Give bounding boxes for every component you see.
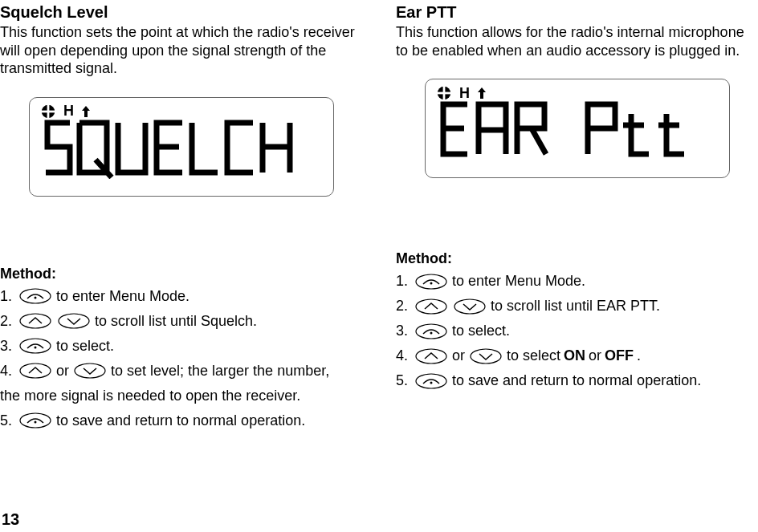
up-button-icon bbox=[415, 348, 447, 364]
step-num: 1. bbox=[396, 270, 410, 292]
lcd-squelch: H bbox=[29, 97, 334, 197]
menu-button-icon bbox=[19, 288, 51, 304]
down-button-icon bbox=[454, 298, 486, 315]
on-label: ON bbox=[564, 345, 585, 367]
step-text: to enter Menu Mode. bbox=[452, 270, 585, 292]
svg-point-10 bbox=[20, 363, 51, 378]
steps-left: 1. to enter Menu Mode. 2. to scroll list… bbox=[0, 286, 361, 432]
step-text: to select. bbox=[452, 320, 510, 342]
menu-button-icon bbox=[415, 323, 447, 339]
squelch-title: Squelch Level bbox=[0, 3, 361, 22]
step-num: 5. bbox=[396, 370, 410, 392]
menu-button-icon bbox=[415, 274, 447, 290]
svg-point-26 bbox=[416, 374, 446, 388]
earptt-title: Ear PTT bbox=[396, 3, 753, 22]
svg-point-22 bbox=[416, 324, 446, 339]
step-num: 2. bbox=[396, 295, 410, 317]
step-text: to scroll list until EAR PTT. bbox=[491, 295, 660, 317]
svg-point-5 bbox=[35, 297, 37, 299]
svg-marker-3 bbox=[82, 106, 90, 117]
method-label-right: Method: bbox=[396, 250, 753, 267]
step-text: or bbox=[452, 345, 465, 367]
svg-rect-2 bbox=[41, 110, 55, 112]
menu-button-icon bbox=[19, 338, 51, 354]
step-num: 4. bbox=[396, 345, 410, 367]
lcd-text-earptt bbox=[434, 98, 724, 173]
step-num: 3. bbox=[396, 320, 410, 342]
up-button-icon bbox=[415, 298, 447, 315]
svg-rect-16 bbox=[437, 92, 451, 95]
step-continuation: the more signal is needed to open the re… bbox=[0, 385, 361, 407]
method-label-left: Method: bbox=[0, 266, 361, 282]
step-num: 2. bbox=[0, 311, 14, 332]
off-label: OFF bbox=[605, 345, 634, 367]
svg-point-27 bbox=[430, 381, 433, 384]
svg-point-13 bbox=[35, 421, 37, 424]
step-text: to select bbox=[507, 345, 560, 367]
lcd-earptt: H bbox=[425, 79, 730, 178]
down-button-icon bbox=[58, 313, 90, 329]
svg-marker-17 bbox=[478, 87, 486, 99]
svg-point-8 bbox=[20, 339, 51, 353]
svg-point-9 bbox=[35, 347, 37, 349]
svg-point-23 bbox=[430, 331, 433, 334]
step-num: 4. bbox=[0, 360, 14, 382]
step-text: to save and return to normal operation. bbox=[56, 410, 305, 432]
page-number: 13 bbox=[2, 510, 19, 529]
step-text: to enter Menu Mode. bbox=[56, 286, 190, 307]
down-button-icon bbox=[74, 363, 106, 379]
menu-button-icon bbox=[19, 412, 51, 428]
step-text: to set level; the larger the number, bbox=[111, 360, 329, 382]
svg-point-12 bbox=[20, 413, 51, 428]
svg-point-18 bbox=[416, 274, 446, 289]
step-num: 3. bbox=[0, 335, 14, 357]
earptt-desc: This function allows for the radio's int… bbox=[396, 23, 753, 59]
svg-point-4 bbox=[20, 289, 51, 303]
step-text: or bbox=[56, 360, 69, 382]
menu-button-icon bbox=[415, 373, 447, 389]
down-button-icon bbox=[470, 348, 502, 364]
up-button-icon bbox=[19, 363, 51, 379]
svg-point-19 bbox=[430, 282, 433, 284]
step-text: or bbox=[589, 345, 601, 367]
step-num: 5. bbox=[0, 410, 14, 432]
svg-point-24 bbox=[416, 349, 446, 363]
svg-point-21 bbox=[454, 299, 485, 314]
step-num: 1. bbox=[0, 286, 14, 307]
steps-right: 1. to enter Menu Mode. 2. to scroll list bbox=[396, 270, 753, 392]
squelch-desc: This function sets the point at which th… bbox=[0, 23, 361, 78]
step-text: . bbox=[637, 345, 641, 367]
step-text: to select. bbox=[56, 335, 114, 357]
svg-point-11 bbox=[75, 363, 105, 378]
up-button-icon bbox=[19, 313, 51, 329]
svg-point-25 bbox=[471, 349, 501, 363]
svg-point-7 bbox=[59, 314, 89, 328]
step-text: to save and return to normal operation. bbox=[452, 370, 701, 392]
svg-point-20 bbox=[416, 299, 446, 314]
svg-point-6 bbox=[20, 314, 51, 328]
step-text: to scroll list until Squelch. bbox=[95, 311, 257, 332]
lcd-text-squelch bbox=[38, 116, 328, 191]
